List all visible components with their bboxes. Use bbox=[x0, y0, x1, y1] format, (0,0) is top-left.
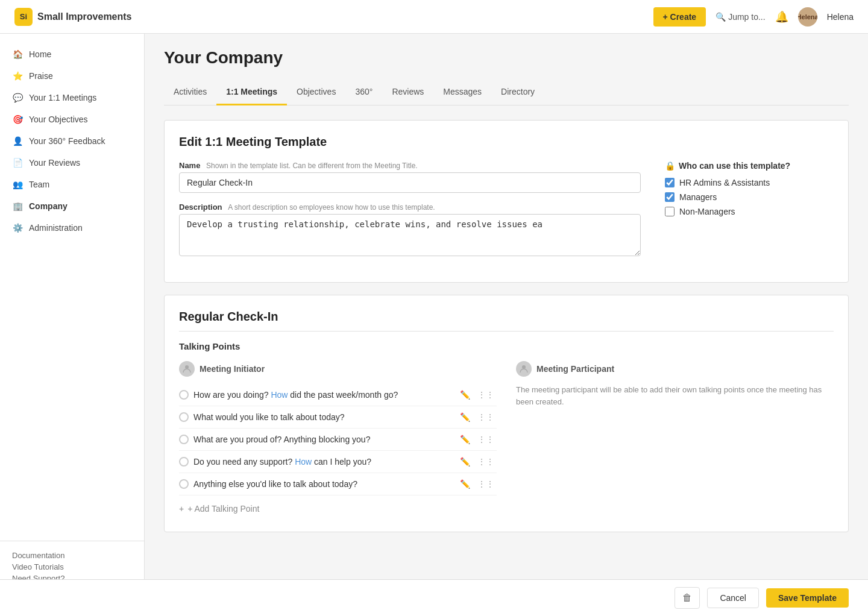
add-talking-point-btn[interactable]: + + Add Talking Point bbox=[179, 500, 497, 517]
sidebar: 🏠 Home ⭐ Praise 💬 Your 1:1 Meetings 🎯 Yo… bbox=[0, 34, 145, 616]
footer-bar: 🗑 Cancel Save Template bbox=[0, 579, 868, 616]
gear-icon: ⚙️ bbox=[12, 222, 23, 233]
edit-icon-3[interactable]: ✏️ bbox=[458, 433, 473, 445]
hr-checkbox[interactable] bbox=[665, 178, 675, 187]
sidebar-item-home[interactable]: 🏠 Home bbox=[0, 43, 144, 65]
talking-point-item: What would you like to talk about today?… bbox=[179, 406, 497, 429]
docs-link[interactable]: Documentation bbox=[12, 551, 132, 560]
tp-text-1: How are you doing? How did the past week… bbox=[193, 390, 453, 400]
who-heading: 🔒 Who can use this template? bbox=[665, 161, 834, 171]
description-hint: A short description so employees know ho… bbox=[228, 203, 435, 212]
tab-meetings[interactable]: 1:1 Meetings bbox=[216, 80, 287, 105]
edit-icon-5[interactable]: ✏️ bbox=[458, 478, 473, 490]
sidebar-item-feedback[interactable]: 👤 Your 360° Feedback bbox=[0, 130, 144, 152]
main-content: Your Company Activities 1:1 Meetings Obj… bbox=[145, 34, 868, 616]
app-logo[interactable]: Si Small Improvements bbox=[14, 8, 132, 26]
edit-icon-1[interactable]: ✏️ bbox=[458, 389, 473, 401]
tp-checkbox-3[interactable] bbox=[179, 435, 189, 444]
drag-icon-2[interactable]: ⋮⋮ bbox=[475, 411, 497, 423]
hr-label: HR Admins & Assistants bbox=[679, 178, 770, 187]
managers-label: Managers bbox=[679, 192, 717, 202]
description-input[interactable]: Develop a trusting relationship, celebra… bbox=[179, 214, 641, 256]
tutorials-link[interactable]: Video Tutorials bbox=[12, 562, 132, 571]
jump-to[interactable]: 🔍 Jump to... bbox=[715, 12, 765, 22]
who-section: 🔒 Who can use this template? HR Admins &… bbox=[665, 161, 834, 216]
tab-messages[interactable]: Messages bbox=[433, 80, 491, 105]
sidebar-item-objectives[interactable]: 🎯 Your Objectives bbox=[0, 108, 144, 130]
target-icon: 🎯 bbox=[12, 114, 23, 125]
logo-badge: Si bbox=[14, 8, 33, 26]
create-button[interactable]: + Create bbox=[653, 7, 706, 27]
tp-actions-2: ✏️ ⋮⋮ bbox=[458, 411, 497, 423]
notifications-icon[interactable]: 🔔 bbox=[775, 10, 788, 24]
talking-points-heading: Talking Points bbox=[179, 341, 834, 351]
layout: 🏠 Home ⭐ Praise 💬 Your 1:1 Meetings 🎯 Yo… bbox=[0, 34, 868, 616]
talking-point-item: What are you proud of? Anything blocking… bbox=[179, 429, 497, 451]
tab-reviews[interactable]: Reviews bbox=[382, 80, 433, 105]
name-row: Name Shown in the template list. Can be … bbox=[179, 161, 641, 193]
participant-header: Meeting Participant bbox=[516, 361, 834, 377]
tp-text-3: What are you proud of? Anything blocking… bbox=[193, 435, 453, 444]
tab-360[interactable]: 360° bbox=[345, 80, 382, 105]
participant-avatar bbox=[516, 361, 532, 377]
tp-actions-1: ✏️ ⋮⋮ bbox=[458, 389, 497, 401]
svg-point-0 bbox=[185, 365, 189, 369]
non-managers-checkbox-row: Non-Managers bbox=[665, 207, 834, 216]
page-title: Your Company bbox=[164, 48, 849, 68]
username-label[interactable]: Helena bbox=[827, 12, 854, 22]
drag-icon-4[interactable]: ⋮⋮ bbox=[475, 456, 497, 468]
name-input[interactable] bbox=[179, 172, 641, 193]
drag-icon-3[interactable]: ⋮⋮ bbox=[475, 433, 497, 445]
topnav: Si Small Improvements + Create 🔍 Jump to… bbox=[0, 0, 868, 34]
tab-directory[interactable]: Directory bbox=[491, 80, 544, 105]
sidebar-item-team[interactable]: 👥 Team bbox=[0, 174, 144, 195]
form-left: Name Shown in the template list. Can be … bbox=[179, 161, 641, 268]
form-right: 🔒 Who can use this template? HR Admins &… bbox=[665, 161, 834, 268]
tp-checkbox-5[interactable] bbox=[179, 479, 189, 489]
talking-points-layout: Meeting Initiator How are you doing? How… bbox=[179, 361, 834, 517]
tp-text-2: What would you like to talk about today? bbox=[193, 412, 453, 422]
cancel-button[interactable]: Cancel bbox=[707, 588, 759, 608]
name-label: Name Shown in the template list. Can be … bbox=[179, 161, 641, 170]
team-icon: 👥 bbox=[12, 179, 23, 190]
tp-actions-4: ✏️ ⋮⋮ bbox=[458, 456, 497, 468]
sidebar-item-reviews[interactable]: 📄 Your Reviews bbox=[0, 152, 144, 174]
save-template-button[interactable]: Save Template bbox=[766, 588, 849, 608]
edit-icon-4[interactable]: ✏️ bbox=[458, 456, 473, 468]
tp-checkbox-4[interactable] bbox=[179, 457, 189, 467]
sidebar-item-praise[interactable]: ⭐ Praise bbox=[0, 65, 144, 87]
person-icon: 👤 bbox=[12, 136, 23, 146]
svg-point-1 bbox=[522, 365, 526, 369]
initiator-label: Meeting Initiator bbox=[200, 364, 265, 374]
drag-icon-5[interactable]: ⋮⋮ bbox=[475, 478, 497, 490]
edit-icon-2[interactable]: ✏️ bbox=[458, 411, 473, 423]
tp-text-5: Anything else you'd like to talk about t… bbox=[193, 479, 453, 489]
non-managers-checkbox[interactable] bbox=[665, 207, 675, 216]
avatar[interactable]: Helena bbox=[798, 7, 817, 27]
managers-checkbox-row: Managers bbox=[665, 192, 834, 202]
hr-checkbox-row: HR Admins & Assistants bbox=[665, 178, 834, 187]
drag-icon-1[interactable]: ⋮⋮ bbox=[475, 389, 497, 401]
form-section: Name Shown in the template list. Can be … bbox=[179, 161, 834, 268]
tab-activities[interactable]: Activities bbox=[164, 80, 216, 105]
delete-button[interactable]: 🗑 bbox=[675, 587, 700, 609]
tp-checkbox-2[interactable] bbox=[179, 412, 189, 422]
tab-objectives[interactable]: Objectives bbox=[287, 80, 345, 105]
managers-checkbox[interactable] bbox=[665, 192, 675, 202]
edit-card-title: Edit 1:1 Meeting Template bbox=[179, 135, 834, 149]
lock-icon: 🔒 bbox=[665, 161, 675, 171]
tp-actions-3: ✏️ ⋮⋮ bbox=[458, 433, 497, 445]
search-icon: 🔍 bbox=[715, 12, 726, 22]
home-icon: 🏠 bbox=[12, 49, 23, 60]
participant-note: The meeting participant will be able to … bbox=[516, 384, 834, 407]
name-hint: Shown in the template list. Can be diffe… bbox=[206, 162, 418, 170]
tp-checkbox-1[interactable] bbox=[179, 390, 189, 400]
sidebar-item-company[interactable]: 🏢 Company bbox=[0, 195, 144, 217]
template-preview-card: Regular Check-In Talking Points Meeting … bbox=[164, 295, 849, 532]
topnav-right: + Create 🔍 Jump to... 🔔 Helena Helena bbox=[653, 7, 854, 27]
participant-section: Meeting Participant The meeting particip… bbox=[516, 361, 834, 517]
sidebar-item-administration[interactable]: ⚙️ Administration bbox=[0, 217, 144, 239]
add-icon: + bbox=[179, 504, 184, 514]
sidebar-item-meetings[interactable]: 💬 Your 1:1 Meetings bbox=[0, 87, 144, 108]
participant-label: Meeting Participant bbox=[536, 364, 614, 374]
